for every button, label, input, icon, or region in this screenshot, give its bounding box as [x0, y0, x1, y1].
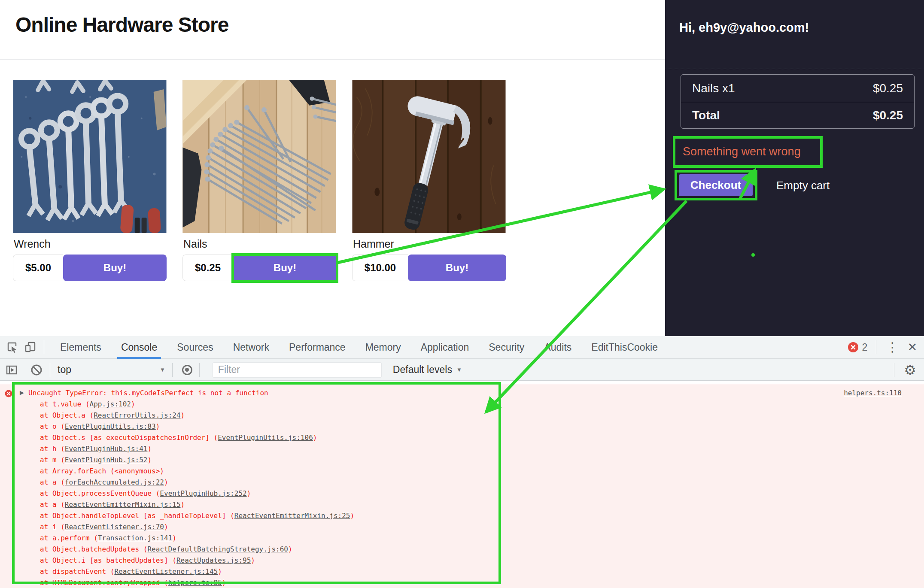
stack-frame: at Object.s [as executeDispatchesInOrder… [40, 432, 354, 443]
inspect-element-icon[interactable] [6, 341, 18, 354]
stack-frame: at Object.batchedUpdates (ReactDefaultBa… [40, 544, 354, 555]
stack-text: ) [181, 411, 185, 419]
stack-text: ) [164, 523, 168, 531]
tab-memory[interactable]: Memory [356, 336, 411, 359]
product-name: Wrench [14, 238, 51, 250]
clear-console-icon[interactable] [30, 364, 43, 376]
product-name: Nails [183, 238, 207, 250]
cart-item-label: Nails x1 [692, 82, 735, 95]
stack-text: ) [164, 478, 168, 486]
chevron-down-icon: ▼ [456, 367, 462, 373]
product-name: Hammer [353, 238, 394, 250]
product-price: $5.00 [13, 255, 63, 281]
console-toolbar: top ▼ Default levels ▼ ⚙ [0, 359, 924, 381]
error-count: 2 [862, 342, 868, 353]
stack-text: ) [131, 400, 135, 408]
stack-frame: at Object.processEventQueue (EventPlugin… [40, 488, 354, 499]
tab-editthiscookie[interactable]: EditThisCookie [581, 336, 668, 359]
checkout-button[interactable]: Checkout [679, 174, 753, 196]
stack-text: at a ( [40, 478, 65, 486]
tab-performance[interactable]: Performance [279, 336, 356, 359]
source-link[interactable]: EventPluginHub.js:41 [65, 445, 148, 453]
source-link[interactable]: EventPluginHub.js:52 [65, 456, 148, 464]
source-link[interactable]: forEachAccumulated.js:22 [65, 478, 164, 486]
page: Online Hardware Store [0, 0, 924, 588]
kebab-menu-icon[interactable]: ⋮ [886, 341, 899, 354]
product-card-hammer: Hammer $10.00 Buy! [352, 80, 506, 282]
tab-sources[interactable]: Sources [167, 336, 223, 359]
source-link[interactable]: helpers.ts:110 [844, 388, 902, 399]
product-card-nails: Nails $0.25 Buy! [182, 80, 336, 282]
settings-gear-icon[interactable]: ⚙ [904, 363, 916, 377]
stack-text: ) [350, 512, 354, 520]
stack-frame: at HTMLDocument.sentryWrapped (helpers.t… [40, 577, 354, 588]
cart-row-total: Total $0.25 [681, 102, 914, 129]
tab-audits[interactable]: Audits [534, 336, 581, 359]
log-levels-select[interactable]: Default levels ▼ [393, 364, 462, 376]
source-link[interactable]: EventPluginUtils.js:106 [218, 433, 313, 442]
user-greeting: Hi, eh9y@yahoo.com! [679, 21, 809, 35]
stack-text: at Array.forEach (<anonymous>) [40, 467, 164, 475]
devtools-tabs: ElementsConsoleSourcesNetworkPerformance… [50, 336, 668, 359]
buy-button-nails[interactable]: Buy! [233, 255, 337, 281]
tab-application[interactable]: Application [411, 336, 479, 359]
live-expression-eye-icon[interactable] [182, 365, 192, 375]
javascript-context-select[interactable]: top ▼ [50, 364, 165, 376]
cart-item-price: $0.25 [873, 82, 903, 95]
stack-text: ) [156, 422, 160, 430]
expand-triangle-icon[interactable]: ▶ [20, 389, 24, 396]
toolbar-right: ⚙ [887, 363, 924, 377]
source-link[interactable]: EventPluginUtils.js:83 [65, 422, 156, 430]
error-circle-icon [848, 342, 859, 353]
source-link[interactable]: Transaction.js:141 [98, 534, 172, 542]
error-count-badge[interactable]: 2 [848, 342, 868, 353]
source-link[interactable]: EventPluginHub.js:252 [160, 489, 246, 497]
buy-button-hammer[interactable]: Buy! [408, 255, 506, 281]
source-link[interactable]: ReactErrorUtils.js:24 [94, 411, 180, 419]
device-toolbar-icon[interactable] [24, 341, 37, 354]
tab-network[interactable]: Network [223, 336, 279, 359]
stack-text: ) [147, 445, 152, 453]
empty-cart-button[interactable]: Empty cart [776, 179, 830, 192]
context-label: top [58, 364, 71, 376]
console-sidebar-icon[interactable] [5, 364, 18, 376]
cart-divider [665, 69, 924, 69]
product-image-wrench [13, 80, 167, 233]
buy-row-hammer: $10.00 Buy! [352, 255, 506, 281]
stack-frame: at Object.handleTopLevel [as _handleTopL… [40, 510, 354, 521]
buy-row-nails: $0.25 Buy! [182, 255, 337, 281]
cart-table: Nails x1 $0.25 Total $0.25 [681, 74, 915, 129]
tabbar-right-controls: 2 ⋮ ✕ [848, 340, 924, 354]
stack-text: ) [147, 456, 152, 464]
stack-text: at HTMLDocument.sentryWrapped ( [40, 579, 168, 587]
page-title: Online Hardware Store [15, 13, 228, 36]
stack-text: at Object.batchedUpdates ( [40, 545, 147, 553]
error-message: Uncaught TypeError: this.myCodeIsPerfect… [28, 388, 354, 399]
tab-security[interactable]: Security [479, 336, 534, 359]
stack-text: ) [251, 556, 255, 564]
source-link[interactable]: ReactEventListener.js:145 [114, 567, 218, 576]
stack-frame: at dispatchEvent (ReactEventListener.js:… [40, 566, 354, 577]
close-icon[interactable]: ✕ [907, 342, 917, 353]
source-link[interactable]: ReactDefaultBatchingStrategy.js:60 [147, 545, 288, 553]
tab-console[interactable]: Console [111, 336, 167, 359]
source-link[interactable]: ReactEventListener.js:70 [65, 523, 164, 531]
console-error-entry: ▶ Uncaught TypeError: this.myCodeIsPerfe… [0, 384, 924, 588]
devtools-panel: ElementsConsoleSourcesNetworkPerformance… [0, 336, 924, 588]
source-link[interactable]: ReactEventEmitterMixin.js:25 [234, 512, 350, 520]
stack-text: at h ( [40, 445, 65, 453]
tab-elements[interactable]: Elements [50, 336, 111, 359]
filter-input[interactable] [213, 362, 382, 378]
source-link[interactable]: App.js:102 [90, 400, 131, 408]
source-link[interactable]: ReactUpdates.js:95 [176, 556, 251, 564]
divider [172, 363, 173, 377]
buy-button-wrench[interactable]: Buy! [63, 255, 167, 281]
source-link[interactable]: ReactEventEmitterMixin.js:15 [65, 500, 181, 509]
stack-text: ) [247, 489, 251, 497]
divider [876, 340, 876, 354]
stack-text: ) [222, 579, 226, 587]
product-price: $0.25 [182, 255, 233, 281]
stack-text: at o ( [40, 422, 65, 430]
source-link[interactable]: helpers.ts:85 [168, 579, 222, 587]
store-header: Online Hardware Store [0, 0, 665, 60]
